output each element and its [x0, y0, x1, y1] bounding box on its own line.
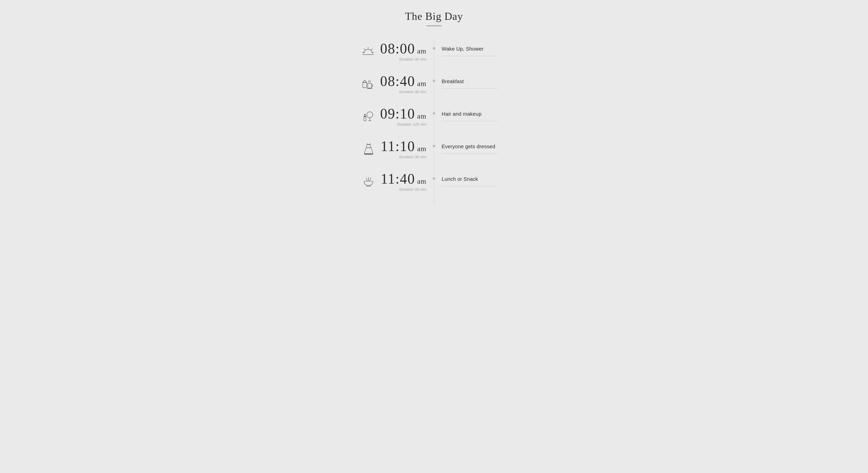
timeline-item-lunch: 11:40 am Duration 20 min Lunch or Snack	[337, 172, 531, 191]
svg-point-9	[367, 112, 373, 118]
time-block-breakfast: 08:40 am Duration 30 min	[380, 74, 426, 94]
timeline-container: 08:00 am Duration 40 min Wake Up, Shower	[337, 41, 531, 204]
time-ampm: am	[417, 112, 426, 120]
time-value: 08:40	[380, 74, 415, 88]
event-title: Breakfast	[442, 78, 531, 85]
page-title: The Big Day	[405, 10, 463, 22]
dress-icon	[362, 142, 375, 156]
right-side: Hair and makeup	[434, 106, 531, 121]
time-block-hair-makeup: 09:10 am Duration 120 min	[380, 106, 426, 126]
time-value: 11:40	[380, 172, 415, 186]
duration-label: Duration 40 min	[399, 57, 426, 61]
timeline-dot	[433, 47, 435, 50]
time-value: 09:10	[380, 106, 415, 121]
svg-rect-12	[364, 117, 366, 121]
timeline-dot	[433, 145, 435, 147]
left-side: 08:40 am Duration 30 min	[337, 74, 434, 94]
timeline-item-hair-makeup: 09:10 am Duration 120 min Hair and makeu…	[337, 106, 531, 126]
left-side: 08:00 am Duration 40 min	[337, 41, 434, 61]
time-value: 08:00	[380, 41, 415, 56]
timeline-dot	[433, 80, 435, 82]
time-ampm: am	[417, 145, 426, 153]
svg-rect-6	[363, 83, 367, 88]
time-block-dressed: 11:10 am Duration 30 min	[380, 139, 426, 159]
svg-line-20	[366, 178, 367, 181]
timeline-dot	[433, 112, 435, 115]
timeline-item-wake-up: 08:00 am Duration 40 min Wake Up, Shower	[337, 41, 531, 61]
makeup-icon	[361, 109, 375, 124]
time-ampm: am	[417, 177, 426, 185]
duration-label: Duration 30 min	[399, 155, 426, 159]
svg-line-2	[371, 49, 372, 50]
event-title: Everyone gets dressed	[442, 144, 531, 150]
svg-line-1	[364, 49, 365, 50]
timeline-item-breakfast: 08:40 am Duration 30 min Breakfast	[337, 74, 531, 94]
right-side: Wake Up, Shower	[434, 41, 531, 56]
time-ampm: am	[417, 47, 426, 55]
time-block-wake-up: 08:00 am Duration 40 min	[380, 41, 426, 61]
timeline-item-dressed: 11:10 am Duration 30 min Everyone gets d…	[337, 139, 531, 159]
breakfast-icon	[361, 77, 375, 91]
time-display: 11:10 am	[380, 139, 426, 153]
event-divider	[442, 121, 498, 121]
time-ampm: am	[417, 80, 426, 88]
svg-line-22	[370, 178, 371, 181]
duration-label: Duration 30 min	[399, 90, 426, 94]
right-side: Everyone gets dressed	[434, 139, 531, 154]
left-side: 11:40 am Duration 20 min	[337, 172, 434, 191]
event-divider	[442, 154, 498, 154]
svg-marker-7	[363, 80, 367, 82]
title-divider	[426, 25, 442, 26]
left-side: 11:10 am Duration 30 min	[337, 139, 434, 159]
event-divider	[442, 56, 498, 56]
right-side: Breakfast	[434, 74, 531, 89]
right-side: Lunch or Snack	[434, 172, 531, 186]
time-display: 11:40 am	[380, 172, 426, 186]
food-icon	[362, 175, 375, 189]
time-display: 09:10 am	[380, 106, 426, 121]
sunrise-icon	[361, 44, 375, 59]
event-title: Lunch or Snack	[442, 176, 531, 182]
time-value: 11:10	[380, 139, 415, 153]
duration-label: Duration 120 min	[397, 122, 426, 126]
timeline-dot	[433, 177, 435, 180]
time-block-lunch: 11:40 am Duration 20 min	[380, 172, 426, 191]
left-side: 09:10 am Duration 120 min	[337, 106, 434, 126]
duration-label: Duration 20 min	[399, 187, 426, 191]
time-display: 08:00 am	[380, 41, 426, 56]
event-title: Hair and makeup	[442, 111, 531, 117]
event-title: Wake Up, Shower	[442, 46, 531, 52]
time-display: 08:40 am	[380, 74, 426, 88]
